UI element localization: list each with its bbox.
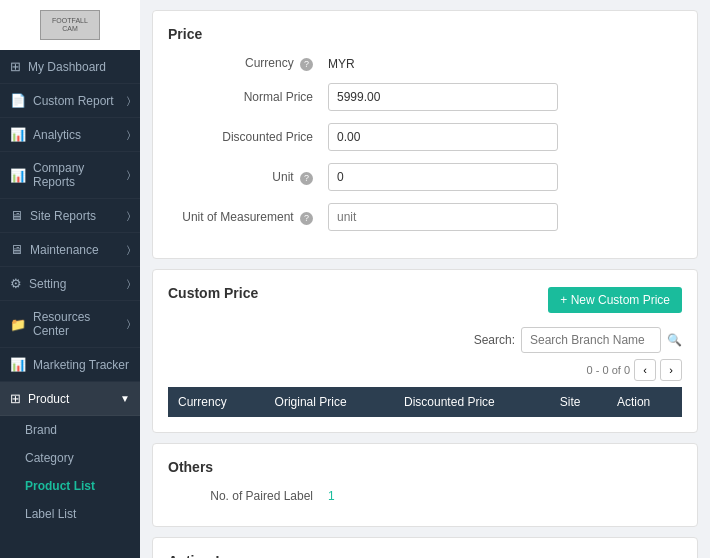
discounted-price-label: Discounted Price — [168, 130, 328, 144]
sidebar-label-analytics: Analytics — [33, 128, 81, 142]
col-currency: Currency — [168, 387, 265, 417]
currency-row: Currency ? MYR — [168, 56, 682, 71]
custom-price-table: Currency Original Price Discounted Price… — [168, 387, 682, 417]
arrow-icon-site: 〉 — [127, 210, 130, 222]
setting-icon: ⚙ — [10, 276, 22, 291]
company-reports-icon: 📊 — [10, 168, 26, 183]
normal-price-label: Normal Price — [168, 90, 328, 104]
sub-label-brand: Brand — [25, 423, 57, 437]
currency-value: MYR — [328, 57, 355, 71]
unit-help-icon[interactable]: ? — [300, 172, 313, 185]
paired-label-row: No. of Paired Label 1 — [168, 489, 682, 503]
sidebar-item-site-reports[interactable]: 🖥 Site Reports 〉 — [0, 199, 140, 233]
unit-row: Unit ? — [168, 163, 682, 191]
sidebar-sub-category[interactable]: Category — [0, 444, 140, 472]
sidebar-item-dashboard[interactable]: ⊞ My Dashboard — [0, 50, 140, 84]
unit-measurement-row: Unit of Measurement ? — [168, 203, 682, 231]
paired-label-value: 1 — [328, 489, 335, 503]
arrow-icon: 〉 — [127, 95, 130, 107]
next-page-button[interactable]: › — [660, 359, 682, 381]
sub-label-product-list: Product List — [25, 479, 95, 493]
main-content: Price Currency ? MYR Normal Price Discou… — [140, 0, 710, 558]
marketing-icon: 📊 — [10, 357, 26, 372]
sidebar-item-resources[interactable]: 📁 Resources Center 〉 — [0, 301, 140, 348]
normal-price-row: Normal Price — [168, 83, 682, 111]
pagination-info: 0 - 0 of 0 — [587, 364, 630, 376]
sidebar-item-product[interactable]: ⊞ Product ▼ — [0, 382, 140, 416]
currency-label: Currency ? — [168, 56, 328, 71]
sidebar-label-custom-report: Custom Report — [33, 94, 114, 108]
arrow-icon-maintenance: 〉 — [127, 244, 130, 256]
sidebar-label-company-reports: Company Reports — [33, 161, 127, 189]
search-label: Search: — [474, 333, 515, 347]
normal-price-input[interactable] — [328, 83, 558, 111]
action-log-title: Action Log — [168, 553, 682, 558]
sidebar-label-setting: Setting — [29, 277, 66, 291]
others-section: Others No. of Paired Label 1 — [152, 443, 698, 527]
arrow-icon-analytics: 〉 — [127, 129, 130, 141]
prev-page-button[interactable]: ‹ — [634, 359, 656, 381]
sidebar-item-setting[interactable]: ⚙ Setting 〉 — [0, 267, 140, 301]
custom-price-header: Custom Price + New Custom Price — [168, 285, 682, 315]
resources-icon: 📁 — [10, 317, 26, 332]
sidebar-item-company-reports[interactable]: 📊 Company Reports 〉 — [0, 152, 140, 199]
custom-price-section: Custom Price + New Custom Price Search: … — [152, 269, 698, 433]
sub-label-label-list: Label List — [25, 507, 76, 521]
col-site: Site — [550, 387, 607, 417]
sidebar-label-maintenance: Maintenance — [30, 243, 99, 257]
arrow-icon-setting: 〉 — [127, 278, 130, 290]
discounted-price-input[interactable] — [328, 123, 558, 151]
col-action: Action — [607, 387, 682, 417]
sidebar-item-marketing[interactable]: 📊 Marketing Tracker — [0, 348, 140, 382]
arrow-icon-resources: 〉 — [127, 318, 130, 330]
custom-price-title: Custom Price — [168, 285, 258, 301]
new-custom-price-button[interactable]: + New Custom Price — [548, 287, 682, 313]
maintenance-icon: 🖥 — [10, 242, 23, 257]
arrow-icon-company: 〉 — [127, 169, 130, 181]
discounted-price-row: Discounted Price — [168, 123, 682, 151]
unit-measurement-input[interactable] — [328, 203, 558, 231]
sidebar-item-analytics[interactable]: 📊 Analytics 〉 — [0, 118, 140, 152]
search-input[interactable] — [521, 327, 661, 353]
price-section-title: Price — [168, 26, 682, 42]
sidebar: FOOTFALLCAM ⊞ My Dashboard 📄 Custom Repo… — [0, 0, 140, 558]
unit-input[interactable] — [328, 163, 558, 191]
unit-measurement-help-icon[interactable]: ? — [300, 212, 313, 225]
sidebar-sub-brand[interactable]: Brand — [0, 416, 140, 444]
sidebar-item-custom-report[interactable]: 📄 Custom Report 〉 — [0, 84, 140, 118]
search-icon: 🔍 — [667, 333, 682, 347]
sidebar-label-marketing: Marketing Tracker — [33, 358, 129, 372]
sidebar-label-site-reports: Site Reports — [30, 209, 96, 223]
logo-image: FOOTFALLCAM — [40, 10, 100, 40]
others-title: Others — [168, 459, 682, 475]
currency-help-icon[interactable]: ? — [300, 58, 313, 71]
product-icon: ⊞ — [10, 391, 21, 406]
action-log-section: Action Log No Action log found. — [152, 537, 698, 558]
unit-label: Unit ? — [168, 170, 328, 185]
sidebar-label-dashboard: My Dashboard — [28, 60, 106, 74]
arrow-icon-product: ▼ — [120, 393, 130, 404]
search-row: Search: 🔍 — [168, 327, 682, 353]
sidebar-label-product: Product — [28, 392, 69, 406]
sidebar-sub-product-list[interactable]: Product List — [0, 472, 140, 500]
sidebar-sub-label-list[interactable]: Label List — [0, 500, 140, 528]
sidebar-item-maintenance[interactable]: 🖥 Maintenance 〉 — [0, 233, 140, 267]
pagination-row: 0 - 0 of 0 ‹ › — [168, 359, 682, 381]
col-discounted-price: Discounted Price — [394, 387, 550, 417]
paired-label-label: No. of Paired Label — [168, 489, 328, 503]
table-header-row: Currency Original Price Discounted Price… — [168, 387, 682, 417]
site-reports-icon: 🖥 — [10, 208, 23, 223]
unit-measurement-label: Unit of Measurement ? — [168, 210, 328, 225]
dashboard-icon: ⊞ — [10, 59, 21, 74]
sidebar-logo: FOOTFALLCAM — [0, 0, 140, 50]
analytics-icon: 📊 — [10, 127, 26, 142]
price-section: Price Currency ? MYR Normal Price Discou… — [152, 10, 698, 259]
sub-label-category: Category — [25, 451, 74, 465]
col-original-price: Original Price — [265, 387, 394, 417]
custom-report-icon: 📄 — [10, 93, 26, 108]
sidebar-label-resources: Resources Center — [33, 310, 127, 338]
